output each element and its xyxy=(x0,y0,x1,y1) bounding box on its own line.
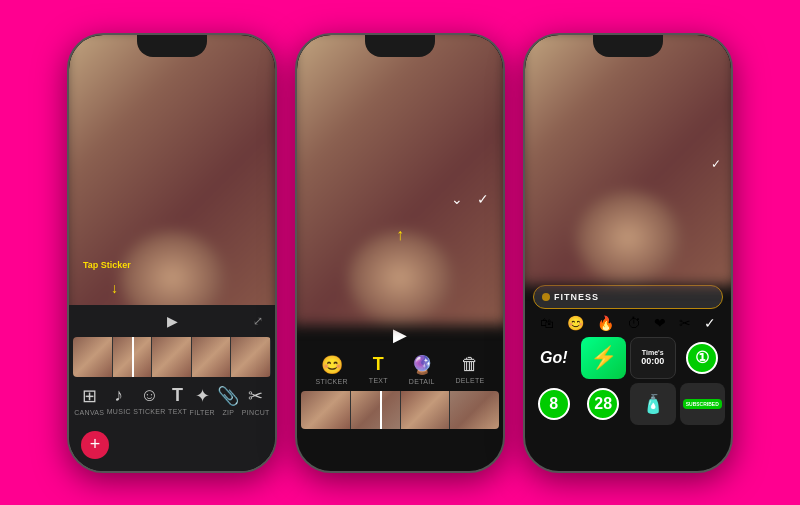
sticker-holo[interactable]: ⚡ xyxy=(581,337,627,379)
music-icon: ♪ xyxy=(114,385,123,406)
expand-icon[interactable]: ⤢ xyxy=(253,314,263,328)
phone-2: ▶ 😊 STICKER T TEXT 🔮 DETAIL 🗑 DEL xyxy=(295,33,505,473)
phone2-bottom-panel: ▶ 😊 STICKER T TEXT 🔮 DETAIL 🗑 DEL xyxy=(297,318,503,429)
phone2-thumb2 xyxy=(351,391,401,429)
phone2-play-button[interactable]: ▶ xyxy=(393,324,407,346)
tap-sticker-arrow: ↓ xyxy=(111,280,118,296)
tool-zip[interactable]: 📎 ZIP xyxy=(217,385,239,416)
bottle-icon: 🧴 xyxy=(642,393,664,415)
cat-scissors-icon[interactable]: ✂ xyxy=(679,315,691,331)
number-8-circle: 8 xyxy=(538,388,570,420)
sticker-number-1[interactable]: ① xyxy=(680,337,726,379)
text-icon: T xyxy=(172,385,183,406)
pincut-label: PINCUT xyxy=(242,409,270,416)
tool-filter[interactable]: ✦ FILTER xyxy=(190,385,215,416)
number-28-circle: 28 xyxy=(587,388,619,420)
text2-label: TEXT xyxy=(369,377,388,384)
phone2-face xyxy=(348,230,453,325)
text-label: TEXT xyxy=(168,408,187,415)
phone2-tool-tabs: 😊 STICKER T TEXT 🔮 DETAIL 🗑 DELETE xyxy=(297,352,503,387)
fitness-search-bar[interactable]: FITNESS xyxy=(533,285,723,309)
phone3-screen: FITNESS 🛍 😊 🔥 ⏱ ❤ ✂ ✓ Go! ⚡ xyxy=(525,35,731,471)
phone2-thumbs xyxy=(301,391,499,429)
delete2-label: DELETE xyxy=(456,377,485,384)
cat-smile-icon[interactable]: 😊 xyxy=(567,315,584,331)
thumb-5 xyxy=(231,337,271,377)
music-label: MUSIC xyxy=(107,408,131,415)
cat-heart-icon[interactable]: ❤ xyxy=(654,315,666,331)
tools-row: ⊞ CANVAS ♪ MUSIC ☺ STICKER T TEXT ✦ FI xyxy=(73,381,271,420)
times-time-text: 00:00 xyxy=(641,356,664,366)
number-1-circle: ① xyxy=(686,342,718,374)
play-icon[interactable]: ▶ xyxy=(167,313,178,329)
phone-1: ‹ Edit ⓘ ⎙ Tap Sticker ↓ ▶ ⤢ xyxy=(67,33,277,473)
zip-label: ZIP xyxy=(223,409,235,416)
cat-fire-icon[interactable]: 🔥 xyxy=(597,315,614,331)
phone3-face xyxy=(576,190,681,284)
phone3-video-bg xyxy=(525,35,731,285)
sticker-grid: Go! ⚡ Time's 00:00 ① xyxy=(525,333,731,429)
tool2-sticker[interactable]: 😊 STICKER xyxy=(315,354,347,385)
tool-canvas[interactable]: ⊞ CANVAS xyxy=(74,385,104,416)
playhead xyxy=(132,337,134,377)
subscribed-text: SUBSCRIBED xyxy=(683,399,722,409)
sticker-number-8[interactable]: 8 xyxy=(531,383,577,425)
cat-bag-icon[interactable]: 🛍 xyxy=(540,315,554,331)
timeline-thumbnails xyxy=(73,337,271,377)
tool-text[interactable]: T TEXT xyxy=(168,385,187,415)
filter-icon: ✦ xyxy=(195,385,210,407)
sticker-go[interactable]: Go! xyxy=(531,337,577,379)
phone2-thumb4 xyxy=(450,391,499,429)
phone2-video-bg xyxy=(297,35,503,325)
thumb-3 xyxy=(152,337,192,377)
times-title-text: Time's xyxy=(642,349,664,356)
tool-sticker[interactable]: ☺ STICKER xyxy=(133,385,165,415)
filter-label: FILTER xyxy=(190,409,215,416)
sticker-times[interactable]: Time's 00:00 xyxy=(630,337,676,379)
phone1-video-bg xyxy=(69,35,275,325)
phone1-screen: ‹ Edit ⓘ ⎙ Tap Sticker ↓ ▶ ⤢ xyxy=(69,35,275,471)
phone2-screen: ▶ 😊 STICKER T TEXT 🔮 DETAIL 🗑 DEL xyxy=(297,35,503,471)
cat-check-icon[interactable]: ✓ xyxy=(704,315,716,331)
thumb-1 xyxy=(73,337,113,377)
red-plus-button[interactable]: + xyxy=(81,431,109,459)
sticker2-icon: 😊 xyxy=(321,354,343,376)
search-dot xyxy=(542,293,550,301)
tool-music[interactable]: ♪ MUSIC xyxy=(107,385,131,415)
phone1-notch xyxy=(137,35,207,57)
fitness-text: FITNESS xyxy=(554,292,599,302)
sticker-label: STICKER xyxy=(133,408,165,415)
number-8-text: 8 xyxy=(549,395,558,413)
pincut-icon: ✂ xyxy=(248,385,263,407)
phone1-timeline[interactable] xyxy=(73,337,271,377)
sticker-subscribed[interactable]: SUBSCRIBED xyxy=(680,383,726,425)
phone3-checkmark-icon[interactable]: ✓ xyxy=(711,157,721,171)
canvas-label: CANVAS xyxy=(74,409,104,416)
phone2-timeline[interactable] xyxy=(301,391,499,429)
holo-icon: ⚡ xyxy=(590,345,617,371)
sticker-icon: ☺ xyxy=(140,385,158,406)
canvas-icon: ⊞ xyxy=(82,385,97,407)
sticker-number-28[interactable]: 28 xyxy=(581,383,627,425)
tool2-detail[interactable]: 🔮 DETAIL xyxy=(409,354,435,385)
tool-pincut[interactable]: ✂ PINCUT xyxy=(242,385,270,416)
cat-timer-icon[interactable]: ⏱ xyxy=(627,315,641,331)
sticker2-label: STICKER xyxy=(315,378,347,385)
go-text: Go! xyxy=(540,349,568,367)
sticker-panel: FITNESS 🛍 😊 🔥 ⏱ ❤ ✂ ✓ Go! ⚡ xyxy=(525,285,731,429)
phone2-playhead xyxy=(380,391,382,429)
phone2-thumb3 xyxy=(401,391,451,429)
text2-icon: T xyxy=(373,354,384,375)
thumb-4 xyxy=(192,337,232,377)
sticker-bottle[interactable]: 🧴 xyxy=(630,383,676,425)
detail2-label: DETAIL xyxy=(409,378,435,385)
checkmark-icon[interactable]: ✓ xyxy=(477,191,489,207)
tool2-delete[interactable]: 🗑 DELETE xyxy=(456,354,485,385)
chevron-down-icon[interactable]: ⌄ xyxy=(451,191,463,207)
tap-sticker-label: Tap Sticker xyxy=(83,260,131,270)
detail2-icon: 🔮 xyxy=(411,354,433,376)
phone2-notch xyxy=(365,35,435,57)
number-1-text: ① xyxy=(695,348,709,367)
phone3-notch xyxy=(593,35,663,57)
tool2-text[interactable]: T TEXT xyxy=(369,354,388,385)
